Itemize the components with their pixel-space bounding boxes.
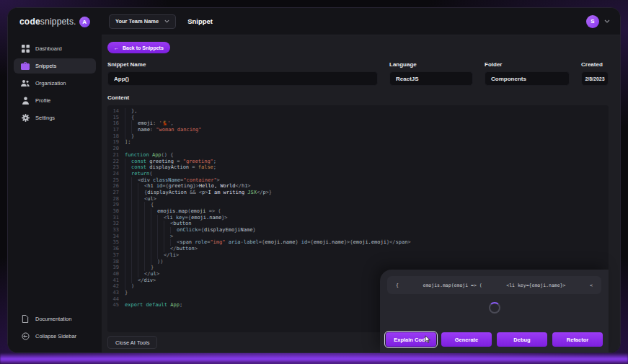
logo-badge-icon: A [79,17,90,27]
code-line: 24return( [107,171,609,177]
code-line: 16emoji: '💃', [107,120,609,127]
code-line: 34> [107,234,609,240]
code-line: 14}, [107,108,609,115]
code-line: 26<h1 id={greeting}>Hello, World</h1> [107,183,609,190]
settings-gear-icon [21,114,30,123]
sidebar-item-label: Organization [35,80,66,86]
loading-spinner [489,302,500,314]
chevron-down-icon[interactable] [604,19,610,23]
chevron-down-icon [164,19,169,23]
code-line: 37</li> [107,252,609,259]
explain-code-button[interactable]: Explain Code [386,332,436,347]
code-line: 15{ [107,115,609,121]
close-ai-tools-button[interactable]: Close AI Tools [107,336,157,349]
created-label: Created [581,61,609,68]
code-line: 23const displayAction = false; [107,164,609,171]
sidebar: codesnippets. A Dashboard Snippets Org [8,8,102,352]
code-line: 38)) [107,259,609,265]
folder-label: Folder [485,61,570,68]
topbar: Your Team Name Snippet S [102,8,620,35]
sidebar-item-label: Documentation [35,316,71,322]
language-label: Language [389,61,473,68]
sidebar-item-dashboard[interactable]: Dashboard [14,41,96,56]
refactor-button[interactable]: Refactor [552,332,603,347]
code-line: 32<button [107,221,609,227]
debug-button[interactable]: Debug [497,332,547,347]
profile-person-icon [21,97,30,105]
collapse-arrow-icon [21,332,30,340]
code-line: 21function App() { [107,152,609,159]
sidebar-item-label: Profile [35,97,50,104]
sidebar-nav: Dashboard Snippets Organization Profile [8,41,102,125]
team-selector[interactable]: Your Team Name [109,14,176,29]
bottom-glow-decoration [0,353,628,364]
code-line: 25<div className="container"> [107,177,609,184]
sidebar-item-collapse[interactable]: Collapse Sidebar [14,329,96,342]
code-line: 28<ul> [107,196,609,203]
app-logo-text: codesnippets. [19,17,76,27]
generate-button[interactable]: Generate [441,332,492,347]
preview-segment: <li key={emoji.name}> [506,283,565,288]
page-title: Snippet [187,17,213,25]
code-line: 20 [107,146,609,152]
code-line: 18} [107,133,609,140]
sidebar-item-organization[interactable]: Organization [14,76,96,91]
content-label: Content [107,94,609,101]
sidebar-item-label: Collapse Sidebar [35,333,76,339]
code-line: 30emojis.map(emoji => ( [107,208,609,215]
sidebar-item-snippets[interactable]: Snippets [14,58,96,74]
button-label: Generate [455,337,479,343]
code-line: 17name: "woman dancing" [107,127,609,133]
preview-segment: < [590,283,593,288]
code-preview-strip: { emojis.map(emoji => ( <li key={emoji.n… [387,276,601,294]
code-line: 22const greeting = "greeting"; [107,159,609,165]
preview-segment: emojis.map(emoji => ( [423,283,482,288]
button-label: Refactor [567,337,588,343]
folder-value[interactable]: Components [485,71,570,86]
button-label: Debug [513,337,530,343]
app-logo: codesnippets. A [8,8,102,35]
code-line: 27{displayAction && <p>I am writing JSX<… [107,190,609,196]
sidebar-item-label: Settings [35,115,55,121]
ai-tools-panel: { emojis.map(emoji => ( <li key={emoji.n… [380,270,609,352]
back-button-label: Back to Snippets [123,45,164,50]
created-value: 2/8/2023 [581,71,609,86]
code-line: 35<span role="img" aria-label={emoji.nam… [107,239,609,246]
snippets-briefcase-icon [21,62,30,71]
ai-buttons-row: Explain Code Generate Debug Refactor [386,332,603,347]
mouse-cursor-icon [424,335,430,344]
snippet-name-input[interactable] [107,71,378,86]
code-line: 31<li key={emoji.name}> [107,215,609,221]
back-arrow-icon: ← [114,45,119,50]
button-label: Explain Code [394,337,428,343]
sidebar-item-settings[interactable]: Settings [14,110,96,125]
snippet-name-label: Snippet Name [107,61,378,68]
document-icon [21,314,30,323]
preview-segment: { [396,283,399,288]
sidebar-item-label: Snippets [35,63,56,69]
app-window: codesnippets. A Dashboard Snippets Org [7,7,621,353]
code-line: 29{ [107,202,609,208]
snippet-fields: Snippet Name Language ReactJS Folder Com… [107,61,609,86]
sidebar-item-label: Dashboard [35,45,62,52]
organization-people-icon [21,79,30,88]
team-selector-label: Your Team Name [115,18,159,25]
code-line: 33onClick={displayEmojiName} [107,227,609,234]
sidebar-footer: Documentation Collapse Sidebar [8,312,102,342]
back-to-snippets-button[interactable]: ← Back to Snippets [107,42,170,53]
code-line: 19]; [107,139,609,146]
sidebar-item-profile[interactable]: Profile [14,93,96,108]
sidebar-item-documentation[interactable]: Documentation [14,312,96,325]
avatar[interactable]: S [586,15,599,28]
code-line: 36</button> [107,246,609,252]
language-value[interactable]: ReactJS [389,71,473,86]
dashboard-grid-icon [21,45,30,53]
